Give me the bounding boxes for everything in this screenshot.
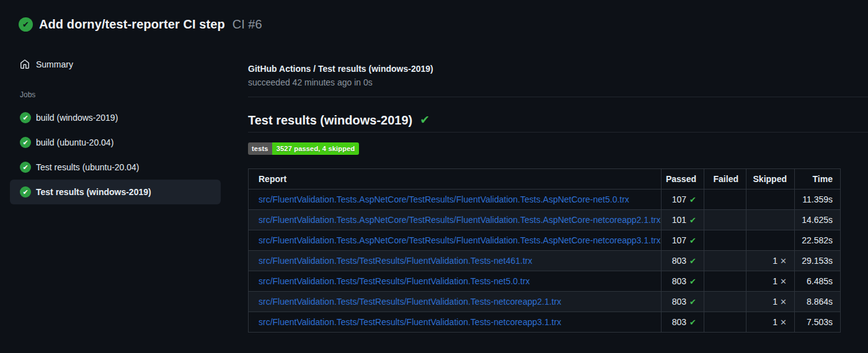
- main-panel: GitHub Actions / Test results (windows-2…: [248, 0, 868, 333]
- sidebar: Summary Jobs ✔build (windows-2019)✔build…: [0, 54, 248, 204]
- check-icon: ✔: [689, 256, 696, 266]
- check-icon: ✔: [689, 297, 696, 307]
- time-cell: 6.485s: [795, 271, 841, 292]
- report-link[interactable]: src/FluentValidation.Tests/TestResults/F…: [259, 317, 561, 327]
- check-icon: ✔: [689, 195, 696, 204]
- column-header-failed: Failed: [704, 169, 746, 190]
- jobs-list: ✔build (windows-2019)✔build (ubuntu-20.0…: [0, 105, 248, 204]
- cross-icon: ✕: [780, 297, 787, 307]
- table-body: src/FluentValidation.Tests.AspNetCore/Te…: [249, 190, 841, 333]
- report-row: src/FluentValidation.Tests.AspNetCore/Te…: [249, 190, 841, 210]
- cross-icon: ✕: [780, 256, 787, 266]
- job-success-icon: ✔: [20, 186, 31, 198]
- sidebar-job-item[interactable]: ✔build (windows-2019): [10, 105, 221, 130]
- time-cell: 11.359s: [795, 190, 841, 210]
- tests-badge: tests 3527 passed, 4 skipped: [248, 142, 359, 155]
- skipped-cell: 1✕: [746, 271, 795, 292]
- run-success-icon: ✔: [19, 17, 33, 32]
- failed-cell: [704, 230, 746, 251]
- heading-check-icon: ✔: [420, 112, 430, 128]
- time-cell: 7.503s: [795, 312, 841, 333]
- cross-icon: ✕: [780, 277, 787, 286]
- report-row: src/FluentValidation.Tests.AspNetCore/Te…: [249, 230, 841, 251]
- time-cell: 22.582s: [795, 230, 841, 251]
- skipped-cell: [746, 210, 795, 230]
- passed-cell: 803✔: [662, 251, 704, 271]
- job-label: build (windows-2019): [36, 113, 118, 123]
- passed-cell: 803✔: [662, 312, 704, 333]
- report-cell: src/FluentValidation.Tests.AspNetCore/Te…: [249, 190, 662, 210]
- cross-icon: ✕: [780, 318, 787, 327]
- tests-badge-value: 3527 passed, 4 skipped: [272, 142, 360, 155]
- passed-cell: 803✔: [662, 292, 704, 312]
- sidebar-job-item[interactable]: ✔Test results (ubuntu-20.04): [10, 155, 221, 180]
- test-results-table: ReportPassedFailedSkippedTime src/Fluent…: [248, 168, 841, 333]
- report-row: src/FluentValidation.Tests.AspNetCore/Te…: [249, 210, 841, 230]
- failed-cell: [704, 292, 746, 312]
- sidebar-item-summary[interactable]: Summary: [0, 54, 248, 74]
- run-header: ✔ Add dorny/test-reporter CI step CI #6: [19, 17, 262, 32]
- report-cell: src/FluentValidation.Tests/TestResults/F…: [249, 251, 662, 271]
- report-cell: src/FluentValidation.Tests.AspNetCore/Te…: [249, 230, 662, 251]
- sidebar-job-item[interactable]: ✔Test results (windows-2019): [10, 180, 221, 204]
- failed-cell: [704, 251, 746, 271]
- column-header-passed: Passed: [662, 169, 704, 190]
- passed-cell: 101✔: [662, 210, 704, 230]
- table-header-row: ReportPassedFailedSkippedTime: [249, 169, 841, 190]
- tests-badge-label: tests: [248, 142, 272, 155]
- job-label: build (ubuntu-20.04): [36, 137, 113, 147]
- report-link[interactable]: src/FluentValidation.Tests/TestResults/F…: [259, 256, 532, 266]
- sidebar-job-item[interactable]: ✔build (ubuntu-20.04): [10, 130, 221, 155]
- report-link[interactable]: src/FluentValidation.Tests.AspNetCore/Te…: [259, 235, 660, 245]
- job-success-icon: ✔: [20, 112, 31, 123]
- check-run-header: GitHub Actions / Test results (windows-2…: [248, 63, 868, 97]
- job-label: Test results (ubuntu-20.04): [36, 162, 140, 172]
- job-label: Test results (windows-2019): [36, 187, 151, 197]
- skipped-cell: 1✕: [746, 251, 795, 271]
- skipped-cell: [746, 230, 795, 251]
- summary-label: Summary: [36, 59, 73, 69]
- check-run-title: GitHub Actions / Test results (windows-2…: [248, 63, 868, 74]
- report-row: src/FluentValidation.Tests/TestResults/F…: [249, 312, 841, 333]
- check-icon: ✔: [689, 277, 696, 286]
- column-header-time: Time: [795, 169, 841, 190]
- skipped-cell: 1✕: [746, 312, 795, 333]
- report-cell: src/FluentValidation.Tests/TestResults/F…: [249, 292, 662, 312]
- time-cell: 29.153s: [795, 251, 841, 271]
- report-cell: src/FluentValidation.Tests/TestResults/F…: [249, 312, 662, 333]
- failed-cell: [704, 190, 746, 210]
- check-icon: ✔: [689, 216, 696, 225]
- column-header-report: Report: [249, 169, 662, 190]
- check-icon: ✔: [689, 236, 696, 245]
- skipped-cell: [746, 190, 795, 210]
- failed-cell: [704, 210, 746, 230]
- skipped-cell: 1✕: [746, 292, 795, 312]
- passed-cell: 107✔: [662, 230, 704, 251]
- report-heading-text: Test results (windows-2019): [248, 112, 412, 128]
- report-cell: src/FluentValidation.Tests.AspNetCore/Te…: [249, 210, 662, 230]
- time-cell: 8.864s: [795, 292, 841, 312]
- job-success-icon: ✔: [20, 162, 31, 173]
- run-title: Add dorny/test-reporter CI step: [39, 17, 225, 32]
- report-link[interactable]: src/FluentValidation.Tests.AspNetCore/Te…: [259, 215, 660, 225]
- report-link[interactable]: src/FluentValidation.Tests/TestResults/F…: [259, 276, 530, 286]
- report-row: src/FluentValidation.Tests/TestResults/F…: [249, 251, 841, 271]
- home-icon: [20, 59, 30, 69]
- failed-cell: [704, 271, 746, 292]
- jobs-section-label: Jobs: [20, 90, 248, 99]
- check-icon: ✔: [689, 318, 696, 327]
- check-run-status: succeeded 42 minutes ago in 0s: [248, 77, 868, 88]
- report-row: src/FluentValidation.Tests/TestResults/F…: [249, 292, 841, 312]
- failed-cell: [704, 312, 746, 333]
- passed-cell: 803✔: [662, 271, 704, 292]
- passed-cell: 107✔: [662, 190, 704, 210]
- report-link[interactable]: src/FluentValidation.Tests.AspNetCore/Te…: [259, 194, 629, 204]
- report-cell: src/FluentValidation.Tests/TestResults/F…: [249, 271, 662, 292]
- job-success-icon: ✔: [20, 137, 31, 148]
- report-heading: Test results (windows-2019) ✔: [248, 112, 868, 133]
- report-row: src/FluentValidation.Tests/TestResults/F…: [249, 271, 841, 292]
- time-cell: 14.625s: [795, 210, 841, 230]
- report-link[interactable]: src/FluentValidation.Tests/TestResults/F…: [259, 297, 561, 307]
- column-header-skipped: Skipped: [746, 169, 795, 190]
